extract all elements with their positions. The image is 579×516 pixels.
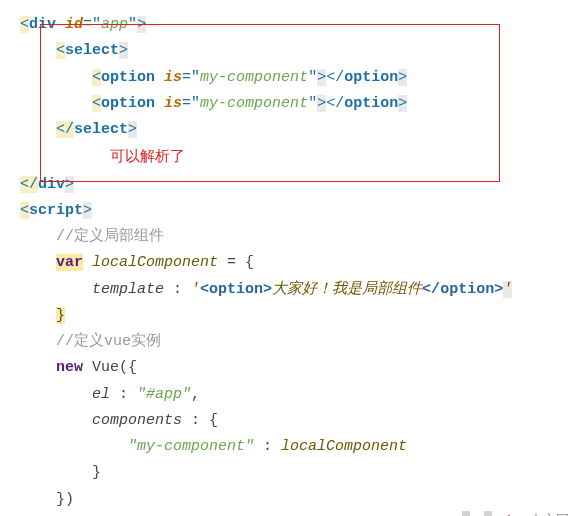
code-line: <option is="my-component"></option> <box>20 91 559 117</box>
code-line: <script> <box>20 198 559 224</box>
code-line: } <box>20 460 559 486</box>
logo-icon <box>462 511 492 516</box>
watermark-cn: 中文网 <box>530 509 569 516</box>
code-line: //定义vue实例 <box>20 329 559 355</box>
code-line: <option is="my-component"></option> <box>20 65 559 91</box>
annotation-text: 可以解析了 <box>20 143 559 171</box>
code-line: components : { <box>20 408 559 434</box>
code-line: </div> <box>20 172 559 198</box>
code-line: new Vue({ <box>20 355 559 381</box>
code-line: <div id="app"> <box>20 12 559 38</box>
code-line: template : '<option>大家好！我是局部组件</option>' <box>20 277 559 303</box>
code-line: el : "#app", <box>20 382 559 408</box>
code-line: //定义局部组件 <box>20 224 559 250</box>
code-line: <select> <box>20 38 559 64</box>
watermark-php: php <box>498 509 524 517</box>
code-line: var localComponent = { <box>20 250 559 276</box>
code-line: </select> <box>20 117 559 143</box>
code-line: } <box>20 303 559 329</box>
code-line: "my-component" : localComponent <box>20 434 559 460</box>
code-block: <div id="app"> <select> <option is="my-c… <box>20 12 559 516</box>
watermark: php 中文网 <box>462 509 569 517</box>
